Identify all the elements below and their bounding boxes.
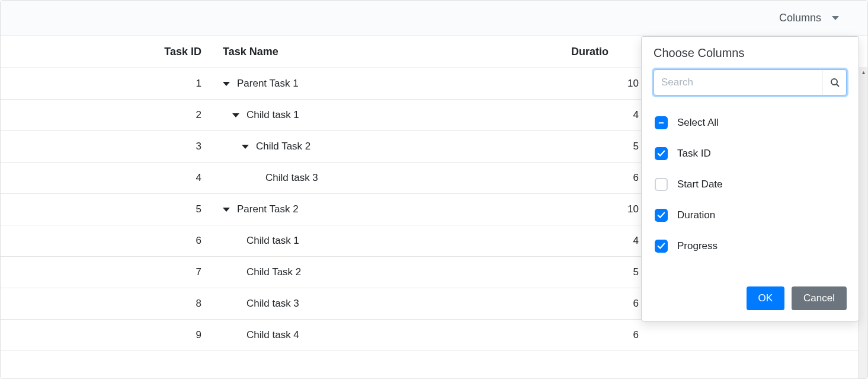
cell-task-name: Parent Task 2	[211, 203, 571, 215]
scroll-up-icon: ▴	[859, 67, 868, 77]
svg-point-0	[831, 79, 837, 85]
column-option[interactable]: Start Date	[654, 169, 847, 200]
expand-collapse-icon[interactable]	[223, 208, 230, 212]
column-option-label: Select All	[677, 117, 719, 129]
table-row[interactable]: 9Child task 46	[1, 320, 867, 351]
cancel-button[interactable]: Cancel	[792, 286, 847, 310]
header-task-name[interactable]: Task Name	[211, 46, 571, 58]
cell-task-id: 2	[1, 109, 211, 121]
task-name-text: Child task 3	[246, 298, 299, 310]
cell-duration: 5	[571, 141, 648, 152]
cell-task-name: Parent Task 1	[211, 78, 571, 90]
column-option[interactable]: Task ID	[654, 138, 847, 169]
task-name-text: Child task 1	[246, 109, 299, 121]
cell-duration: 6	[571, 172, 648, 184]
cell-task-name: Child Task 2	[211, 266, 571, 278]
header-task-id[interactable]: Task ID	[1, 46, 211, 58]
search-wrapper	[654, 69, 847, 95]
cell-task-name: Child task 4	[211, 329, 571, 341]
search-icon[interactable]	[822, 69, 847, 95]
app-root: Columns Task ID Task Name Duratio 1Paren…	[0, 0, 868, 379]
cell-task-name: Child task 3	[211, 172, 571, 184]
columns-label: Columns	[779, 12, 821, 24]
task-name-text: Parent Task 1	[237, 78, 299, 90]
dialog-title: Choose Columns	[654, 46, 847, 60]
cell-task-id: 1	[1, 78, 211, 90]
column-option-label: Start Date	[677, 179, 723, 190]
cell-duration: 10	[571, 78, 648, 90]
cell-task-id: 4	[1, 172, 211, 184]
cell-task-id: 8	[1, 298, 211, 310]
column-option[interactable]: Duration	[654, 200, 847, 231]
cell-duration: 6	[571, 329, 648, 341]
checkbox[interactable]	[655, 209, 668, 222]
cell-duration: 5	[571, 266, 648, 278]
expand-collapse-icon[interactable]	[242, 145, 249, 149]
task-name-text: Child task 4	[246, 329, 299, 341]
task-name-text: Child Task 2	[246, 266, 301, 278]
checkbox[interactable]	[655, 116, 668, 129]
column-option-label: Duration	[677, 209, 715, 221]
expand-collapse-icon[interactable]	[223, 82, 230, 86]
column-option[interactable]: Progress	[654, 231, 847, 262]
task-name-text: Parent Task 2	[237, 203, 299, 215]
columns-dropdown-button[interactable]: Columns	[779, 12, 839, 24]
task-name-text: Child task 3	[265, 172, 318, 184]
search-input[interactable]	[654, 69, 847, 95]
svg-line-1	[837, 84, 839, 87]
cell-duration: 4	[571, 109, 648, 121]
cell-task-name: Child task 1	[211, 235, 571, 247]
cell-duration: 4	[571, 235, 648, 247]
checkbox[interactable]	[655, 178, 668, 191]
cell-task-id: 3	[1, 141, 211, 152]
header-duration[interactable]: Duratio	[571, 46, 648, 58]
cell-task-name: Child task 3	[211, 298, 571, 310]
cell-duration: 10	[571, 203, 648, 215]
ok-button[interactable]: OK	[747, 286, 785, 310]
column-chooser-dialog: Choose Columns Select AllTask IDStart Da…	[641, 36, 859, 321]
column-option-label: Progress	[677, 240, 718, 252]
checkbox[interactable]	[655, 240, 668, 253]
dialog-actions: OK Cancel	[654, 286, 847, 310]
cell-task-id: 7	[1, 266, 211, 278]
expand-collapse-icon[interactable]	[232, 113, 239, 117]
checkbox[interactable]	[655, 147, 668, 160]
task-name-text: Child Task 2	[256, 141, 310, 152]
column-option[interactable]: Select All	[654, 107, 847, 138]
chevron-down-icon	[832, 16, 839, 20]
column-option-label: Task ID	[677, 148, 711, 160]
cell-task-id: 6	[1, 235, 211, 247]
column-list[interactable]: Select AllTask IDStart DateDurationProgr…	[654, 104, 847, 276]
toolbar: Columns	[1, 1, 867, 36]
task-name-text: Child task 1	[246, 235, 299, 247]
cell-task-id: 5	[1, 203, 211, 215]
svg-rect-2	[659, 122, 664, 123]
vertical-scrollbar[interactable]: ▴	[858, 67, 867, 378]
cell-task-name: Child Task 2	[211, 141, 571, 152]
cell-task-id: 9	[1, 329, 211, 341]
cell-task-name: Child task 1	[211, 109, 571, 121]
cell-duration: 6	[571, 298, 648, 310]
